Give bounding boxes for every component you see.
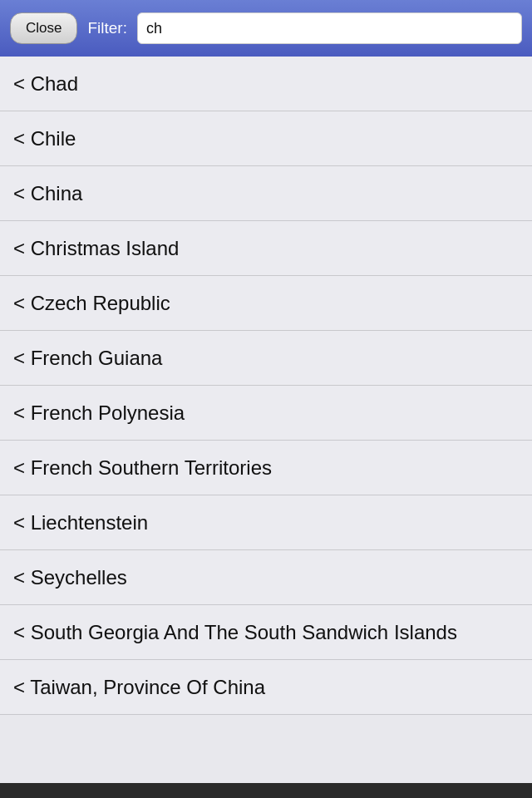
list-item[interactable]: < French Polynesia [0,386,532,441]
list-item-text: < China [13,180,82,206]
list-item[interactable]: < Taiwan, Province Of China [0,660,532,715]
list-item[interactable]: < French Southern Territories [0,441,532,495]
filter-input[interactable] [137,12,522,44]
list-item-text: < French Polynesia [13,400,185,426]
list-item[interactable]: < South Georgia And The South Sandwich I… [0,605,532,660]
filter-label: Filter: [87,19,127,37]
list-item-text: < Chad [13,71,78,96]
list-item[interactable]: < China [0,166,532,221]
list-item-text: < Liechtenstein [13,510,148,535]
bottom-bar [0,783,532,798]
list-item-text: < Taiwan, Province Of China [13,674,265,700]
list-item[interactable]: < Christmas Island [0,221,532,276]
list-item[interactable]: < Czech Republic [0,276,532,331]
list-item-text: < Chile [13,126,76,151]
list-item-text: < French Guiana [13,345,162,371]
list-item[interactable]: < Seychelles [0,550,532,605]
list-item-text: < Seychelles [13,564,127,590]
list-item-text: < Christmas Island [13,235,179,261]
list-item[interactable]: < Liechtenstein [0,495,532,550]
list-item-text: < Czech Republic [13,290,170,316]
country-list: < Chad< Chile< China< Christmas Island< … [0,57,532,715]
list-item-text: < South Georgia And The South Sandwich I… [13,619,457,645]
header: Close Filter: [0,0,532,57]
close-button[interactable]: Close [10,12,77,44]
list-item[interactable]: < Chile [0,111,532,166]
list-item[interactable]: < French Guiana [0,331,532,386]
list-item[interactable]: < Chad [0,57,532,111]
list-item-text: < French Southern Territories [13,455,272,480]
